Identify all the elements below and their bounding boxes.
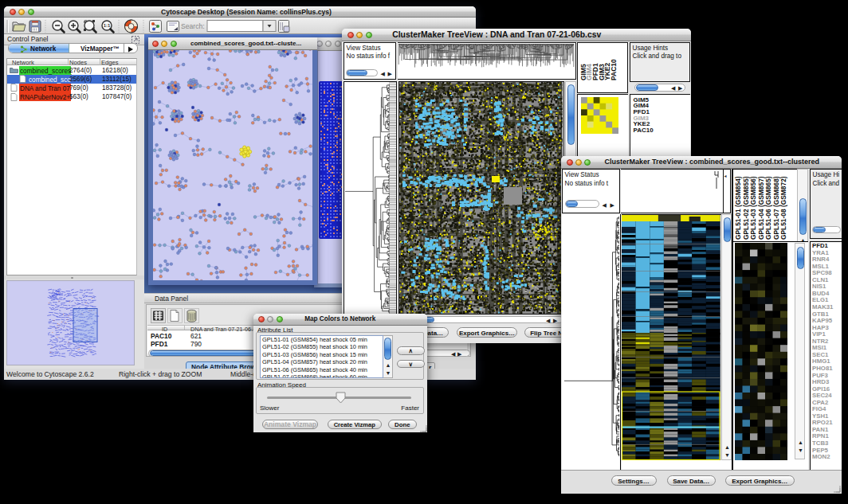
svg-text:GPL51-08 (GSM872): GPL51-08 (GSM872) — [779, 176, 787, 240]
svg-text:GPL51-04 (GSM857): GPL51-04 (GSM857) — [757, 176, 765, 240]
svg-text:GPL51-07 (GSM868): GPL51-07 (GSM868) — [772, 176, 780, 240]
svg-text:GPL51-06 (GSM865): GPL51-06 (GSM865) — [764, 176, 772, 240]
svg-text:PAC10: PAC10 — [610, 58, 618, 80]
svg-text:GPL51-03 (GSM856): GPL51-03 (GSM856) — [749, 176, 757, 240]
svg-text:1:1: 1:1 — [104, 23, 111, 28]
svg-text:GPL51-01 (GSM854): GPL51-01 (GSM854) — [734, 176, 742, 240]
svg-text:Search:: Search: — [181, 22, 205, 30]
svg-text:GPL51-02 (GSM855): GPL51-02 (GSM855) — [742, 176, 750, 240]
